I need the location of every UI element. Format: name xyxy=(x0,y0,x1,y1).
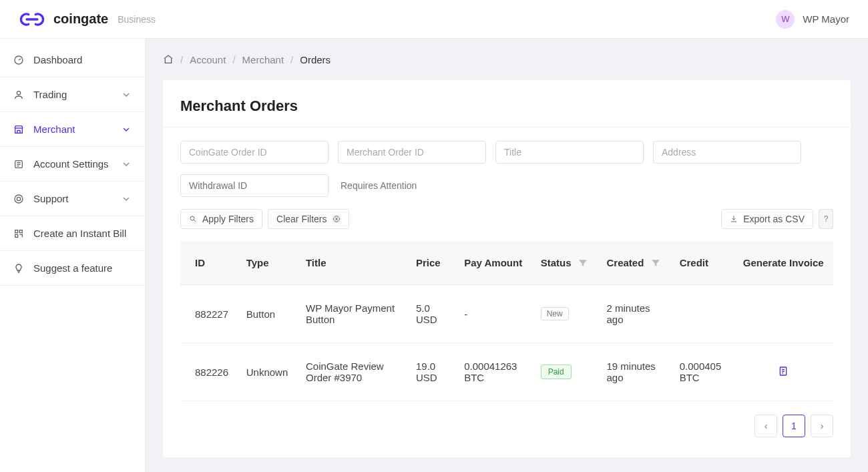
filter-address[interactable] xyxy=(653,141,801,164)
svg-rect-8 xyxy=(15,234,18,237)
person-icon xyxy=(13,89,24,100)
sidebar-item-label: Support xyxy=(33,193,69,204)
table-row[interactable]: 882226UnknownCoinGate Review Order #3970… xyxy=(180,343,833,401)
sidebar: Dashboard Trading Merchant xyxy=(0,39,146,472)
page-title: Merchant Orders xyxy=(180,97,833,115)
table-header-row: ID Type Title Price Pay Amount Status xyxy=(180,241,833,285)
svg-point-4 xyxy=(15,195,23,203)
apply-filters-button[interactable]: Apply Filters xyxy=(180,209,262,229)
main-content: / Account / Merchant / Orders Merchant O… xyxy=(146,39,868,472)
cell-pay-amount: - xyxy=(456,285,532,343)
svg-point-5 xyxy=(17,197,20,200)
divider xyxy=(163,127,851,128)
filter-row-2: Requires Attention xyxy=(180,174,833,197)
th-created[interactable]: Created xyxy=(599,241,672,285)
export-csv-label: Export as CSV xyxy=(743,214,805,224)
export-icon xyxy=(730,215,738,223)
th-status[interactable]: Status xyxy=(533,241,599,285)
lifebuoy-icon xyxy=(13,194,24,204)
cell-id: 882227 xyxy=(180,285,238,343)
orders-card: Merchant Orders Requires Attention xyxy=(163,80,851,457)
clear-filters-button[interactable]: Clear Filters xyxy=(268,209,349,229)
th-type: Type xyxy=(238,241,298,285)
cell-credit xyxy=(672,285,734,343)
sidebar-item-label: Account Settings xyxy=(33,158,109,170)
svg-point-9 xyxy=(190,216,194,220)
th-created-label: Created xyxy=(607,257,644,268)
th-credit: Credit xyxy=(672,241,734,285)
page-number-button[interactable]: 1 xyxy=(783,415,805,437)
settings-icon xyxy=(13,159,24,170)
cell-status: Paid xyxy=(533,343,599,401)
sidebar-item-instant-bill[interactable]: Create an Instant Bill xyxy=(0,216,145,251)
qr-icon xyxy=(13,228,24,239)
filter-withdrawal-id[interactable] xyxy=(180,174,329,197)
brand[interactable]: coingate Business xyxy=(19,11,156,27)
sidebar-item-suggest-feature[interactable]: Suggest a feature xyxy=(0,251,145,286)
breadcrumb-sep: / xyxy=(232,54,235,65)
sidebar-item-trading[interactable]: Trading xyxy=(0,77,145,112)
cell-title: WP Mayor Payment Button xyxy=(298,285,408,343)
brand-name: coingate xyxy=(53,11,108,27)
invoice-icon[interactable] xyxy=(778,366,789,377)
filter-icon xyxy=(578,258,588,268)
storefront-icon xyxy=(13,124,24,135)
filter-merchant-order-id[interactable] xyxy=(338,141,486,164)
sidebar-item-label: Create an Instant Bill xyxy=(33,228,126,239)
cell-type: Unknown xyxy=(238,343,298,401)
filter-coingate-order-id[interactable] xyxy=(180,141,329,164)
user-menu[interactable]: W WP Mayor xyxy=(776,10,849,29)
avatar: W xyxy=(776,10,795,29)
sidebar-item-support[interactable]: Support xyxy=(0,182,145,216)
cell-credit: 0.000405 BTC xyxy=(672,343,734,401)
export-csv-button[interactable]: Export as CSV xyxy=(721,209,813,229)
gauge-icon xyxy=(13,55,24,65)
breadcrumb: / Account / Merchant / Orders xyxy=(163,39,851,80)
sidebar-item-merchant[interactable]: Merchant xyxy=(0,112,145,147)
sidebar-item-label: Trading xyxy=(33,89,67,100)
bulb-icon xyxy=(13,263,24,274)
sidebar-item-label: Merchant xyxy=(33,124,75,135)
svg-rect-7 xyxy=(19,230,22,232)
sidebar-item-label: Dashboard xyxy=(33,54,82,65)
th-generate-invoice: Generate Invoice xyxy=(734,241,833,285)
chevron-down-icon xyxy=(121,159,132,170)
apply-filters-label: Apply Filters xyxy=(202,214,254,224)
page-next-button[interactable]: › xyxy=(811,415,833,437)
cell-title: CoinGate Review Order #3970 xyxy=(298,343,408,401)
page-prev-button[interactable]: ‹ xyxy=(754,415,777,437)
orders-table: ID Type Title Price Pay Amount Status xyxy=(180,241,833,401)
th-status-label: Status xyxy=(541,257,572,268)
sidebar-item-account-settings[interactable]: Account Settings xyxy=(0,147,145,182)
cell-created: 2 minutes ago xyxy=(599,285,672,343)
filter-row-1 xyxy=(180,141,833,164)
breadcrumb-account[interactable]: Account xyxy=(190,54,226,65)
cell-generate-invoice[interactable] xyxy=(734,343,833,401)
pagination: ‹ 1 › xyxy=(180,415,833,437)
breadcrumb-current: Orders xyxy=(300,54,331,65)
clear-filters-label: Clear Filters xyxy=(276,214,327,224)
home-icon[interactable] xyxy=(163,54,174,65)
clear-icon xyxy=(333,215,341,223)
user-name: WP Mayor xyxy=(803,13,849,25)
status-badge: Paid xyxy=(541,365,572,379)
svg-rect-6 xyxy=(15,230,18,232)
sidebar-item-label: Suggest a feature xyxy=(33,262,112,274)
brand-tag: Business xyxy=(118,14,156,25)
table-row[interactable]: 882227ButtonWP Mayor Payment Button5.0 U… xyxy=(180,285,833,343)
th-pay-amount: Pay Amount xyxy=(456,241,532,285)
sidebar-item-dashboard[interactable]: Dashboard xyxy=(0,43,145,77)
requires-attention-toggle[interactable]: Requires Attention xyxy=(341,180,417,191)
filter-title[interactable] xyxy=(495,141,644,164)
cell-type[interactable]: Button xyxy=(238,285,298,343)
export-hint-button[interactable]: ? xyxy=(819,209,833,229)
topbar: coingate Business W WP Mayor xyxy=(0,0,868,39)
chevron-down-icon xyxy=(121,89,132,100)
svg-point-1 xyxy=(17,91,20,94)
breadcrumb-merchant[interactable]: Merchant xyxy=(242,54,284,65)
cell-created: 19 minutes ago xyxy=(599,343,672,401)
th-title: Title xyxy=(298,241,408,285)
th-id: ID xyxy=(180,241,238,285)
breadcrumb-sep: / xyxy=(290,54,293,65)
th-price: Price xyxy=(408,241,456,285)
